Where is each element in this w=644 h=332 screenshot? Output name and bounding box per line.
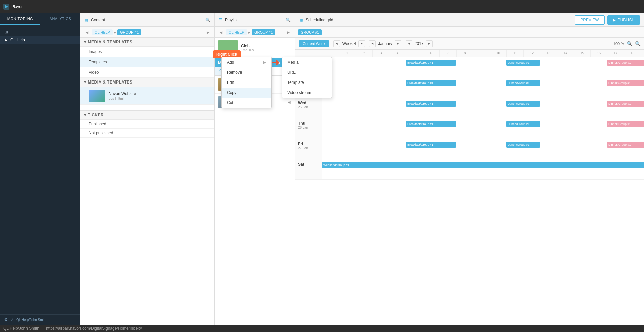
navori-name: Navori Website — [109, 91, 210, 96]
context-menu: Add ▶ Remove Edit Copy Cut — [221, 57, 272, 108]
year-next-button[interactable]: ► — [426, 40, 433, 47]
context-menu-cut[interactable]: Cut — [222, 98, 271, 108]
schedule-bar-4-1[interactable]: Lunch/Group #1 — [506, 142, 540, 148]
playlist-panel-icon: ☰ — [219, 18, 222, 22]
navori-meta: 30s | Html — [109, 97, 210, 100]
media-templates-label: MEDIA & TEMPLATES — [88, 40, 133, 44]
month-next-button[interactable]: ► — [395, 40, 401, 47]
context-menu-edit[interactable]: Edit — [222, 77, 271, 88]
schedule-bar-2-2[interactable]: Dinner/Group #1 — [607, 101, 644, 107]
content-video-item[interactable]: Video — [80, 67, 214, 78]
templates-label: Templates — [89, 60, 107, 64]
sub-menu-media[interactable]: Media — [282, 57, 332, 67]
current-week-button[interactable]: Current Week — [299, 40, 329, 47]
day-name: Fri — [298, 142, 319, 146]
sub-menu-template-label: Template — [287, 80, 304, 85]
schedule-bar-0-0[interactable]: Breakfast/Group #1 — [406, 60, 456, 66]
sub-menu-url[interactable]: URL — [282, 67, 332, 77]
content-images-item[interactable]: Images — [80, 47, 214, 57]
content-qlhelp-crumb[interactable]: QL HELP — [92, 29, 113, 35]
ticker-published-item[interactable]: Published — [80, 120, 214, 129]
expand-icon[interactable]: ⤢ — [10, 317, 14, 322]
sidebar-item-qlhelp-label: QL Help — [10, 38, 25, 42]
schedule-bar-4-0[interactable]: Breakfast/Group #1 — [406, 142, 456, 148]
content-breadcrumb: ◄ QL HELP ▸ GROUP #1 ► — [80, 27, 214, 38]
sub-menu-videostream[interactable]: Video stream — [282, 88, 332, 98]
ticker-not-published-item[interactable]: Not published — [80, 129, 214, 138]
content-templates-item[interactable]: Templates — [80, 57, 214, 67]
grid-header: 01234567891011121314151617181920212223 — [295, 50, 644, 57]
time-col-6: 6 — [423, 50, 439, 57]
playlist-panel-title: Playlist — [225, 18, 238, 22]
sub-menu-url-label: URL — [287, 70, 296, 75]
content-search-icon[interactable]: 🔍 — [205, 18, 210, 22]
context-menu-copy[interactable]: Copy — [222, 88, 271, 98]
schedule-panel-header: ▦ Scheduling grid PREVIEW ▶ PUBLISH — [295, 13, 644, 27]
sub-menu-template[interactable]: Template — [282, 77, 332, 88]
week-prev-button[interactable]: ◄ — [333, 40, 340, 47]
sidebar-item-qlhelp[interactable]: ▸ QL Help — [0, 36, 80, 44]
navori-website-item[interactable]: Navori Website 30s | Html — [80, 87, 214, 105]
schedule-bar-0-1[interactable]: Lunch/Group #1 — [506, 60, 540, 66]
time-col-14: 14 — [557, 50, 574, 57]
ticker-section-header[interactable]: ▾ TICKER — [80, 111, 214, 120]
content-nav-back[interactable]: ◄ — [83, 30, 91, 35]
schedule-bar-1-0[interactable]: Breakfast/Group #1 — [406, 80, 456, 86]
schedule-bar-3-2[interactable]: Dinner/Group #1 — [607, 121, 644, 127]
sidebar-nav-monitoring[interactable]: MONITORING — [0, 13, 40, 25]
context-cut-label: Cut — [227, 100, 233, 105]
year-prev-button[interactable]: ◄ — [406, 40, 412, 47]
status-url: https://airpair.navori.com/DigitalSignag… — [46, 326, 142, 331]
schedule-bar-2-0[interactable]: Breakfast/Group #1 — [406, 101, 456, 107]
time-col-0: 0 — [322, 50, 339, 57]
schedule-panel: ▦ Scheduling grid PREVIEW ▶ PUBLISH GROU… — [295, 13, 644, 325]
playlist-nav-back[interactable]: ◄ — [217, 30, 225, 35]
content-nav-forward[interactable]: ► — [204, 30, 212, 35]
row-content-sat: Weekend/Group #1 — [322, 159, 644, 179]
playlist-group1-crumb[interactable]: GROUP #1 — [252, 29, 275, 35]
time-col-19: 19 — [641, 50, 644, 57]
time-col-2: 2 — [356, 50, 372, 57]
preview-button[interactable]: PREVIEW — [575, 15, 604, 25]
playlist-nav-forward[interactable]: ► — [285, 30, 292, 35]
context-menu-add[interactable]: Add ▶ — [222, 57, 271, 67]
zoom-in-button[interactable]: 🔍 — [627, 41, 632, 46]
schedule-bar-1-2[interactable]: Dinner/Group #1 — [607, 80, 644, 86]
schedule-bar-2-1[interactable]: Lunch/Group #1 — [506, 101, 540, 107]
schedule-bar-1-1[interactable]: Lunch/Group #1 — [506, 80, 540, 86]
ticker-label: TICKER — [88, 113, 104, 117]
schedule-bar-4-2[interactable]: Dinner/Group #1 — [607, 142, 644, 148]
week-next-button[interactable]: ► — [358, 40, 365, 47]
ticker-section: ▾ TICKER Published Not published — [80, 110, 214, 138]
playlist-qlhelp-crumb[interactable]: QL HELP — [226, 29, 247, 35]
zoom-out-button[interactable]: 🔍 — [635, 41, 641, 46]
schedule-panel-icon: ▦ — [299, 18, 303, 22]
monitor-icon: ⊞ — [287, 100, 291, 105]
row-content-mon: Breakfast/Group #1Lunch/Group #1Dinner/G… — [322, 57, 644, 77]
month-prev-button[interactable]: ◄ — [369, 40, 376, 47]
schedule-group1-crumb[interactable]: GROUP #1 — [298, 29, 322, 35]
left-sidebar: MONITORING ANALYTICS ⊞ ▸ QL Help ⚙ ⤢ QL … — [0, 13, 80, 325]
sidebar-nav-analytics[interactable]: ANALYTICS — [40, 13, 80, 25]
media-sub-section[interactable]: ▾ Media & Templates — [80, 78, 214, 87]
schedule-bar-0-2[interactable]: Dinner/Group #1 — [607, 60, 644, 66]
day-name: Thu — [298, 121, 319, 126]
schedule-bar-3-0[interactable]: Breakfast/Group #1 — [406, 121, 456, 127]
context-edit-label: Edit — [227, 80, 234, 85]
grid-row-sat: SatWeekend/Group #1 — [295, 159, 644, 180]
playlist-search-icon[interactable]: 🔍 — [286, 18, 291, 22]
context-menu-remove[interactable]: Remove — [222, 67, 271, 77]
publish-button[interactable]: ▶ PUBLISH — [607, 15, 640, 25]
settings-icon[interactable]: ⚙ — [4, 317, 8, 322]
ticker-collapse-icon: ▾ — [84, 113, 86, 117]
day-date: 27 Jan — [298, 146, 319, 150]
year-label: 2017 — [413, 41, 425, 46]
media-templates-section[interactable]: ▾ MEDIA & TEMPLATES — [80, 38, 214, 47]
schedule-bar-5-0[interactable]: Weekend/Group #1 — [322, 162, 644, 168]
context-remove-label: Remove — [227, 70, 242, 75]
content-group1-crumb[interactable]: GROUP #1 — [117, 29, 141, 35]
schedule-bar-3-1[interactable]: Lunch/Group #1 — [506, 121, 540, 127]
red-arrow-icon: ➜ — [272, 57, 279, 68]
schedule-grid[interactable]: 01234567891011121314151617181920212223 M… — [295, 50, 644, 325]
sidebar-item-home[interactable]: ⊞ — [0, 28, 80, 36]
